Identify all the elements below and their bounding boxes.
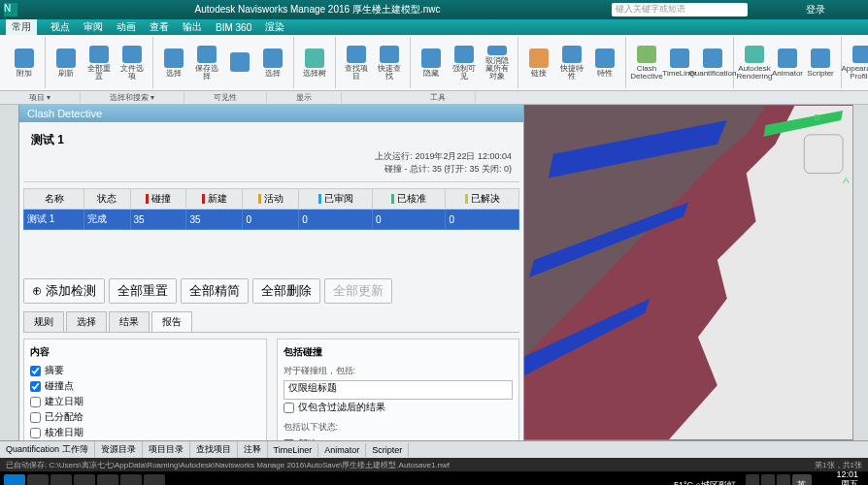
menu-viewpoint[interactable]: 视点 (50, 20, 70, 34)
ribbon-icon[interactable] (225, 46, 254, 81)
content-title: 内容 (30, 345, 260, 359)
task-icon[interactable] (120, 474, 142, 485)
btab-Animator[interactable]: Animator (318, 443, 366, 457)
window-title: Autodesk Navisworks Manage 2016 厚生楼土建模型.… (23, 3, 612, 16)
system-clock[interactable]: 12:01周五2019/2/22 (814, 470, 864, 485)
menu-bar: 常用 视点 审阅 动画 查看 输出 BIM 360 渲染 (0, 19, 868, 35)
btab-查找项目[interactable]: 查找项目 (190, 441, 238, 458)
clash-table: 名称状态碰撞新建活动已审阅已核准已解决 测试 1完成35350000 (23, 188, 519, 230)
btab-注释[interactable]: 注释 (238, 441, 268, 458)
tab-报告[interactable]: 报告 (151, 311, 192, 332)
task-icon[interactable] (144, 474, 165, 485)
ribbon-选择[interactable]: 选择 (258, 46, 287, 81)
ribbon-附加[interactable]: 附加 (10, 46, 39, 81)
ribbon-刷新[interactable]: 刷新 (51, 46, 81, 81)
include-select[interactable]: 仅限组标题 (284, 380, 514, 400)
test-btn-2[interactable]: 全部精简 (181, 278, 249, 304)
btab-项目目录[interactable]: 项目目录 (143, 441, 190, 458)
task-icon[interactable] (74, 474, 95, 485)
ribbon-保存选择[interactable]: 保存选择 (192, 46, 221, 81)
tab-选择[interactable]: 选择 (66, 311, 107, 332)
3d-viewport[interactable]: B A (524, 105, 852, 440)
tray-ime[interactable]: 英 (792, 474, 812, 485)
ribbon-Quantification[interactable]: Quantification (698, 46, 727, 81)
ribbon-查找项目[interactable]: 查找项目 (342, 46, 371, 81)
menu-view[interactable]: 查看 (150, 20, 169, 34)
ribbon-特性[interactable]: 特性 (590, 46, 619, 81)
tray-icon[interactable] (746, 474, 759, 485)
left-dock[interactable] (0, 105, 19, 440)
tab-结果[interactable]: 结果 (109, 311, 150, 332)
ribbon: 附加刷新全部重置文件选项选择保存选择选择选择树查找项目快速查找隐藏强制可见取消隐… (0, 35, 868, 91)
sub-ribbon: 项目 ▾选择和搜索 ▾可见性显示工具 (0, 91, 868, 105)
include-title: 包括碰撞 (284, 345, 514, 359)
status-chk-新建: 新建 (284, 436, 514, 440)
ribbon-全部重置[interactable]: 全部重置 (84, 46, 114, 81)
chk-已分配给: 已分配给 (30, 409, 260, 425)
login-link[interactable]: 登录 (806, 3, 825, 16)
test-btn-1[interactable]: 全部重置 (109, 278, 177, 304)
clash-panel: Clash Detective 测试 1 上次运行: 2019年2月22日 12… (19, 105, 524, 440)
svg-text:A: A (843, 175, 850, 185)
windows-taskbar: 51°C ○城区彩虹 英 12:01周五2019/2/22 (0, 471, 868, 485)
test-name: 测试 1 (31, 132, 512, 148)
ribbon-Appearance Profiler[interactable]: Appearance Profiler (848, 46, 868, 81)
test-btn-0[interactable]: ⊕ 添加检测 (23, 278, 105, 304)
ribbon-隐藏[interactable]: 隐藏 (417, 46, 446, 81)
menu-bim360[interactable]: BIM 360 (216, 22, 251, 33)
search-box[interactable]: 键入关键字或短语 (612, 3, 748, 16)
chk-建立日期: 建立日期 (30, 394, 260, 409)
ribbon-文件选项[interactable]: 文件选项 (117, 46, 147, 81)
ribbon-快速查找[interactable]: 快速查找 (375, 46, 404, 81)
include-sub2: 包括以下状态: (284, 421, 514, 434)
ribbon-取消隐藏所有对象[interactable]: 取消隐藏所有对象 (483, 46, 512, 81)
menu-animation[interactable]: 动画 (117, 20, 136, 34)
include-sub1: 对于碰撞组，包括: (284, 365, 514, 377)
ribbon-选择[interactable]: 选择 (159, 46, 188, 81)
ribbon-选择树[interactable]: 选择树 (300, 46, 329, 81)
clash-summary: 碰撞 - 总计: 35 (打开: 35 关闭: 0) (31, 163, 512, 176)
sheet-status: 第1张，共1张 (815, 460, 862, 470)
filter-only-chk[interactable] (284, 403, 294, 413)
app-logo: N (4, 3, 17, 16)
menu-home[interactable]: 常用 (6, 19, 37, 35)
test-btn-3[interactable]: 全部删除 (252, 278, 320, 304)
btab-TimeLiner[interactable]: TimeLiner (268, 443, 319, 457)
chk-核准日期: 核准日期 (30, 425, 260, 440)
task-icon[interactable] (50, 474, 72, 485)
menu-output[interactable]: 输出 (183, 20, 202, 34)
test-btn-4[interactable]: 全部更新 (324, 278, 392, 304)
ribbon-链接[interactable]: 链接 (524, 46, 553, 81)
tray-icon[interactable] (777, 474, 790, 485)
last-run: 上次运行: 2019年2月22日 12:00:04 (31, 150, 512, 163)
tray-icon[interactable] (761, 474, 775, 485)
btab-Quantification 工作簿[interactable]: Quantification 工作簿 (0, 441, 95, 458)
btab-资源目录[interactable]: 资源目录 (95, 441, 143, 458)
autosave-status: 已自动保存: C:\Users\离凉七七\AppData\Roaming\Aut… (6, 460, 450, 470)
bottom-tabs: Quantification 工作簿资源目录项目目录查找项目注释TimeLine… (0, 440, 868, 458)
table-row[interactable]: 测试 1完成35350000 (24, 210, 519, 230)
ribbon-快捷特性[interactable]: 快捷特性 (557, 46, 586, 81)
menu-review[interactable]: 审阅 (83, 20, 103, 34)
weather[interactable]: 51°C ○城区彩虹 (674, 479, 736, 486)
ribbon-Animator[interactable]: Animator (773, 46, 802, 81)
start-button[interactable] (4, 474, 25, 485)
task-icon[interactable] (97, 474, 118, 485)
btab-Scripter[interactable]: Scripter (366, 443, 409, 457)
panel-title: Clash Detective (19, 105, 523, 122)
ribbon-Autodesk Rendering[interactable]: Autodesk Rendering (740, 46, 769, 81)
chk-碰撞点: 碰撞点 (30, 378, 260, 394)
ribbon-Scripter[interactable]: Scripter (806, 46, 835, 81)
task-icon[interactable] (27, 474, 49, 485)
ribbon-Clash Detective[interactable]: Clash Detective (632, 46, 661, 81)
tab-规则[interactable]: 规则 (23, 311, 64, 332)
menu-render[interactable]: 渲染 (265, 20, 284, 34)
ribbon-强制可见[interactable]: 强制可见 (450, 46, 479, 81)
right-dock[interactable] (852, 105, 868, 440)
svg-text:B: B (814, 112, 820, 122)
chk-摘要: 摘要 (30, 363, 260, 378)
